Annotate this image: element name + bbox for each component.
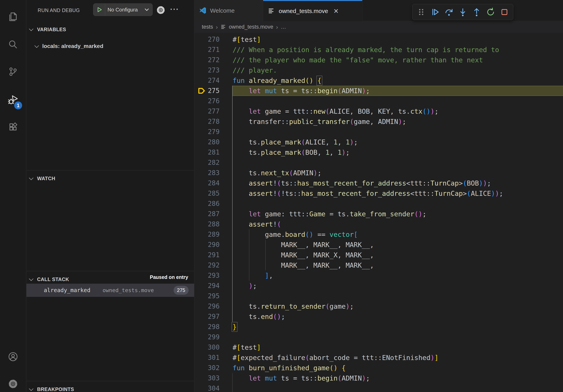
line-number[interactable]: 289 (207, 229, 219, 240)
code-line-text[interactable]: ], (232, 270, 273, 281)
line-number[interactable]: 278 (207, 117, 219, 127)
breakpoint-gutter[interactable] (194, 188, 207, 198)
code-line-text[interactable]: ts.end(); (232, 312, 285, 322)
line-number[interactable]: 295 (207, 291, 219, 301)
activity-bar-item-source-control[interactable] (0, 61, 26, 82)
line-number[interactable]: 271 (207, 45, 219, 55)
code-line-text[interactable]: assert!(ts::has_most_recent_for_address<… (232, 178, 491, 188)
watch-section-header[interactable]: WATCH (26, 173, 194, 184)
line-number[interactable]: 277 (207, 106, 219, 117)
line-number[interactable]: 281 (207, 147, 219, 157)
breakpoint-gutter[interactable] (194, 250, 207, 260)
breakpoint-gutter[interactable] (194, 353, 207, 363)
code-editor[interactable]: 270#[test]271/// When a position is alre… (194, 33, 563, 392)
code-line-text[interactable]: MARK__, MARK__, MARK__, (232, 240, 374, 250)
code-line-text[interactable]: /// the player who made the "false" move… (232, 55, 483, 65)
code-line-text[interactable]: let mut ts = ts::begin(ADMIN); (232, 373, 370, 383)
activity-bar-item-explorer[interactable] (0, 6, 26, 28)
line-number[interactable]: 273 (207, 65, 219, 75)
line-number[interactable]: 287 (207, 209, 219, 219)
line-number[interactable]: 303 (207, 373, 219, 383)
breakpoint-gutter[interactable] (194, 127, 207, 137)
line-number[interactable]: 300 (207, 342, 219, 353)
breadcrumb-item[interactable]: owned_tests.move (229, 24, 273, 30)
breakpoint-gutter[interactable] (194, 322, 207, 332)
breakpoint-gutter[interactable] (194, 117, 207, 127)
stop-button[interactable] (499, 7, 510, 18)
line-number[interactable]: 285 (207, 188, 219, 198)
activity-bar-item-search[interactable] (0, 34, 26, 55)
breakpoint-gutter[interactable] (194, 373, 207, 383)
line-number[interactable]: 276 (207, 96, 219, 106)
continue-button[interactable] (429, 7, 440, 18)
breakpoint-gutter[interactable] (194, 168, 207, 178)
breadcrumb-item[interactable]: … (281, 24, 286, 30)
code-line-text[interactable]: ); (232, 281, 257, 291)
line-number[interactable]: 288 (207, 219, 219, 229)
breakpoint-gutter[interactable] (194, 75, 207, 86)
line-number[interactable]: 297 (207, 312, 219, 322)
line-number[interactable]: 275 (207, 86, 219, 96)
breakpoint-gutter[interactable] (194, 312, 207, 322)
activity-bar-item-extensions[interactable] (0, 116, 26, 138)
line-number[interactable]: 282 (207, 157, 219, 168)
breakpoint-gutter[interactable] (194, 270, 207, 281)
breakpoint-gutter[interactable] (194, 229, 207, 240)
code-line-text[interactable]: MARK__, MARK_X, MARK__, (232, 250, 374, 260)
breakpoint-gutter[interactable] (194, 137, 207, 147)
drag-handle-button[interactable] (416, 7, 427, 18)
code-line-text[interactable]: fun burn_unfinished_game() { (232, 363, 345, 373)
breakpoint-gutter[interactable] (194, 383, 207, 392)
breakpoints-section-header[interactable]: BREAKPOINTS (26, 383, 194, 392)
line-number[interactable]: 286 (207, 198, 219, 209)
line-number[interactable]: 283 (207, 168, 219, 178)
code-line-text[interactable]: assert!( (232, 219, 281, 229)
variables-scope-row[interactable]: locals: already_marked (26, 40, 194, 52)
breakpoint-gutter[interactable] (194, 178, 207, 188)
code-line-text[interactable]: fun already_marked() { (232, 75, 321, 86)
tab-welcome[interactable]: Welcome (194, 0, 263, 21)
breakpoint-gutter[interactable] (194, 96, 207, 106)
breakpoint-gutter[interactable] (194, 332, 207, 342)
debug-toolbar[interactable] (412, 4, 513, 20)
breakpoint-gutter[interactable] (194, 260, 207, 270)
tab-owned-tests-move[interactable]: owned_tests.move× (263, 0, 362, 21)
breakpoint-gutter[interactable] (194, 55, 207, 65)
breakpoint-gutter[interactable] (194, 219, 207, 229)
breakpoint-gutter[interactable] (194, 240, 207, 250)
launch-configuration-select[interactable]: No Configura (93, 3, 153, 16)
code-line-text[interactable]: game.board() == vector[ (232, 229, 358, 240)
line-number[interactable]: 272 (207, 55, 219, 65)
step-into-button[interactable] (457, 7, 468, 18)
breakpoint-gutter[interactable] (194, 301, 207, 312)
code-line-text[interactable]: /// When a position is already marked, t… (232, 45, 499, 55)
line-number[interactable]: 302 (207, 363, 219, 373)
call-stack-frame[interactable]: already_markedowned_tests.move275 (26, 284, 194, 297)
code-line-text[interactable]: let game: ttt::Game = ts.take_from_sende… (232, 209, 426, 219)
activity-bar-item-run-and-debug[interactable]: 1 (0, 89, 26, 111)
step-out-button[interactable] (471, 7, 482, 18)
line-number[interactable]: 279 (207, 127, 219, 137)
breakpoint-gutter[interactable] (194, 198, 207, 209)
breakpoint-gutter[interactable] (194, 34, 207, 45)
code-line-text[interactable]: transfer::public_transfer(game, ADMIN); (232, 117, 406, 127)
code-line-text[interactable]: #[test] (232, 34, 261, 45)
breakpoint-gutter[interactable] (194, 209, 207, 219)
close-tab-icon[interactable]: × (333, 7, 338, 15)
breakpoint-gutter[interactable] (194, 363, 207, 373)
code-line-text[interactable]: #[test] (232, 342, 261, 353)
line-number[interactable]: 301 (207, 353, 219, 363)
line-number[interactable]: 274 (207, 75, 219, 86)
line-number[interactable]: 296 (207, 301, 219, 312)
start-debugging-icon[interactable] (93, 3, 105, 16)
code-line-text[interactable]: } (232, 322, 237, 332)
breadcrumb-item[interactable]: tests (202, 24, 213, 30)
line-number[interactable]: 292 (207, 260, 219, 270)
code-line-text[interactable]: ts.place_mark(ALICE, 1, 1); (232, 137, 358, 147)
line-number[interactable]: 284 (207, 178, 219, 188)
line-number[interactable]: 294 (207, 281, 219, 291)
breakpoint-gutter[interactable] (194, 45, 207, 55)
code-line-text[interactable]: ts.next_tx(ADMIN); (232, 168, 321, 178)
line-number[interactable]: 304 (207, 383, 219, 392)
breakpoint-gutter[interactable] (194, 342, 207, 353)
